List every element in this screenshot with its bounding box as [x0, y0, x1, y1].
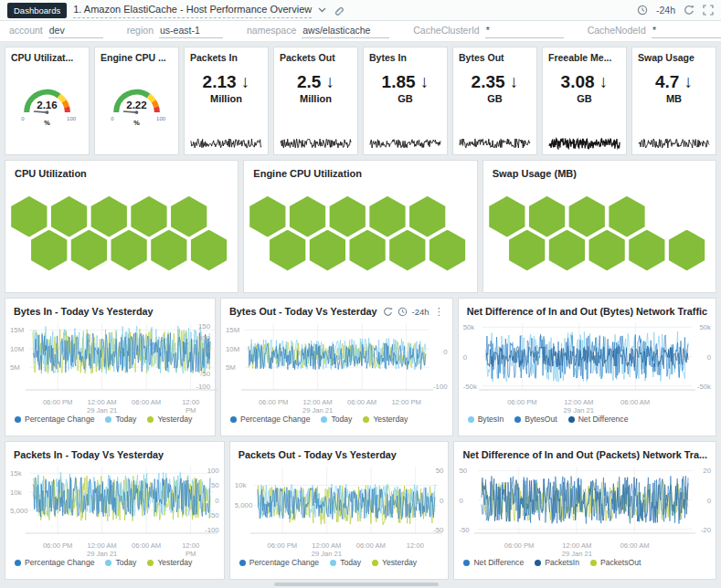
legend-item[interactable]: Today — [105, 415, 136, 424]
filter-value-input[interactable]: * — [652, 25, 721, 38]
stat-card-packets-in: Packets In2.13 ↓Million — [184, 47, 269, 155]
y-axis-tick: 100 — [198, 334, 210, 342]
dashboard-title[interactable]: 1. Amazon ElastiCache - Host Performance… — [73, 2, 312, 18]
y-axis-tick: 0 — [707, 496, 711, 504]
horizontal-scrollbar[interactable] — [274, 583, 439, 586]
legend-label: Yesterday — [373, 415, 408, 424]
y-axis-tick: 50 — [436, 467, 444, 475]
gauge-unit: % — [44, 119, 50, 127]
hex-node[interactable] — [190, 228, 228, 272]
legend-item[interactable]: Today — [105, 558, 136, 567]
stat-card-title: Engine CPU ... — [101, 52, 173, 63]
stat-card-cpu-utilizat-: CPU Utilizat...2.160100% — [5, 47, 90, 155]
y-axis-tick: 5M — [10, 363, 20, 372]
hex-node[interactable] — [667, 228, 705, 272]
hex-node[interactable] — [150, 228, 188, 272]
hex-node[interactable] — [507, 228, 546, 272]
legend-item[interactable]: PacketsOut — [590, 558, 641, 567]
legend-item[interactable]: Yesterday — [372, 558, 417, 567]
clock-icon[interactable] — [398, 307, 408, 317]
stat-value: 2.5 — [297, 72, 321, 91]
legend-dot — [147, 560, 154, 566]
expand-icon[interactable] — [703, 5, 714, 16]
chart-card-0: Bytes In - Today Vs Yesterday15M10M5M150… — [5, 298, 216, 436]
legend-dot — [535, 560, 541, 566]
chevron-down-icon[interactable] — [318, 7, 326, 13]
legend-item[interactable]: Net Difference — [568, 415, 629, 424]
time-range-label[interactable]: -24h — [656, 5, 675, 16]
y-axis-tick: -50k — [697, 382, 711, 390]
hex-node[interactable] — [70, 228, 109, 272]
stat-value-line: 2.13 ↓ — [190, 72, 262, 92]
hex-node[interactable] — [30, 228, 69, 272]
gauge-value: 2.16 — [37, 100, 58, 110]
honeycomb-chart — [5, 181, 238, 292]
chart-plot-area: 500-50200-20 — [458, 464, 712, 541]
y-axis-tick: 50k — [463, 323, 475, 331]
hex-node[interactable] — [547, 228, 586, 272]
hex-node[interactable] — [429, 228, 467, 272]
gauge-chart: 2.160100% — [11, 65, 83, 138]
panel-time-range-label[interactable]: -24h — [412, 307, 429, 317]
stat-value-line: 2.35 ↓ — [459, 72, 531, 92]
legend-item[interactable]: Yesterday — [147, 558, 192, 567]
refresh-icon[interactable] — [383, 307, 393, 317]
link-icon[interactable] — [333, 5, 344, 16]
legend-dot — [468, 416, 474, 423]
y-axis-tick: -50 — [433, 525, 443, 533]
hex-node[interactable] — [110, 228, 148, 272]
filter-value-input[interactable]: aws/elasticache — [302, 25, 389, 38]
chart-header: Net Difference of In and Out (Bytes) Net… — [459, 299, 716, 319]
y-axis-tick: -100 — [433, 382, 448, 390]
clock-icon[interactable] — [637, 5, 648, 16]
filter-bar: accountdevregionus-east-1namespaceaws/el… — [0, 21, 721, 42]
dashboards-badge[interactable]: Dashboards — [7, 3, 67, 18]
trend-down-icon: ↓ — [237, 72, 250, 91]
chart-header: Net Difference of In and Out (Packets) N… — [454, 442, 716, 462]
legend-item[interactable]: Percentage Change — [230, 415, 310, 424]
legend-label: Percentage Change — [249, 558, 319, 567]
hex-node[interactable] — [588, 228, 626, 272]
legend-item[interactable]: Percentage Change — [15, 415, 94, 424]
x-axis-tick: 06:00 PM — [43, 541, 73, 550]
hex-node[interactable] — [628, 228, 666, 272]
legend-item[interactable]: Today — [321, 415, 352, 424]
y-axis-tick: 0 — [207, 358, 210, 366]
trend-down-icon: ↓ — [505, 72, 519, 91]
filter-account: accountdev — [9, 25, 103, 38]
legend-item[interactable]: Net Difference — [463, 558, 524, 567]
kebab-menu-icon[interactable]: ⋮ — [434, 307, 444, 317]
hex-node[interactable] — [269, 228, 307, 272]
legend-label: Yesterday — [157, 558, 192, 567]
stat-value: 2.35 — [472, 72, 505, 91]
gauge-chart: 2.220100% — [101, 65, 173, 138]
gauge-min-label: 0 — [111, 116, 114, 121]
panel-title: CPU Utilization — [5, 161, 238, 181]
legend-item[interactable]: BytesIn — [468, 415, 504, 424]
hex-node[interactable] — [309, 228, 347, 272]
legend-item[interactable]: Yesterday — [363, 415, 408, 424]
y-axis-tick: 5,000 — [235, 501, 253, 509]
y-axis-tick: -50 — [459, 525, 469, 533]
legend-label: Today — [115, 415, 136, 424]
stat-value: 1.85 — [382, 72, 416, 91]
hex-node[interactable] — [388, 228, 427, 272]
dashboard-body: CPU Utilizat...2.160100%Engine CPU ...2.… — [0, 42, 721, 584]
refresh-icon[interactable] — [684, 5, 694, 16]
legend-item[interactable]: Percentage Change — [239, 558, 319, 567]
y-axis-tick: 15M — [10, 326, 24, 334]
legend-label: PacketsIn — [545, 558, 579, 567]
filter-value-input[interactable]: dev — [48, 25, 103, 38]
filter-cacheclusterid: CacheClusterId* — [413, 25, 563, 38]
y-axis-tick: 50 — [202, 346, 210, 354]
honeycomb-chart — [483, 181, 716, 292]
filter-value-input[interactable]: us-east-1 — [159, 25, 223, 38]
legend-item[interactable]: Yesterday — [147, 415, 192, 424]
chart-title: Bytes In - Today Vs Yesterday — [14, 306, 154, 317]
legend-item[interactable]: BytesOut — [514, 415, 557, 424]
legend-item[interactable]: Today — [330, 558, 361, 567]
legend-item[interactable]: PacketsIn — [535, 558, 579, 567]
hex-node[interactable] — [349, 228, 387, 272]
legend-item[interactable]: Percentage Change — [15, 558, 94, 567]
filter-value-input[interactable]: * — [485, 25, 564, 38]
